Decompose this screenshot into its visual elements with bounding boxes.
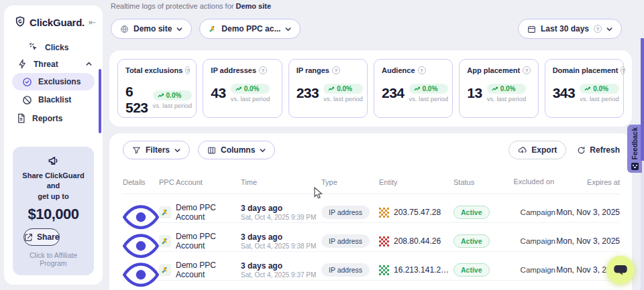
stat-label: App placement [467,66,520,74]
stat-label: IP addresses [211,66,256,74]
col-header-ppc-account: PPC Account [159,178,241,186]
trend-up-icon [158,93,164,98]
filters-button-label: Filters [146,145,170,155]
table-row[interactable]: Demo PPC Account 3 days agoSat, Oct 4, 2… [123,194,620,223]
help-icon: ? [594,25,602,33]
ppc-account-selector[interactable]: Demo PPC ac... [199,19,301,39]
chat-widget-button[interactable] [606,256,635,284]
logo-text: ClickGuard. [30,17,85,28]
stat-card-domain-placement: Domain placement? 343 0.0% vs. last peri… [545,59,624,118]
smiley-icon [631,163,639,170]
stat-value: 233 [297,85,319,101]
time-absolute: Sat, Oct 4, 2025 9:37 PM [241,271,321,279]
columns-button[interactable]: Columns [198,141,275,159]
stat-label: Total exclusions [125,66,182,74]
share-button-label: Share [37,232,59,242]
sidebar-item-label: Reports [32,114,62,123]
refresh-button[interactable]: Refresh [577,145,620,155]
page-subtitle: Realtime logs of protective actions for … [111,2,271,10]
ip-identicon [379,236,389,246]
stat-value: 343 [553,85,576,101]
table-row[interactable]: Demo PPC Account 3 days agoSat, Oct 4, 2… [123,223,620,252]
blocked-icon [22,95,32,105]
feedback-tab[interactable]: Feedback [627,125,642,173]
site-selector[interactable]: Demo site [111,19,192,39]
table-toolbar: Filters Columns Export [123,141,620,159]
stat-value: 13 [467,85,482,101]
cloud-download-icon [518,146,527,155]
lightning-icon [17,59,28,69]
columns-icon [207,146,216,155]
entity-value: 203.75.47.28 [394,208,441,217]
sidebar-nav: Clicks Threat Exclusions Blacklist [4,36,103,129]
affiliate-promo-card[interactable]: Share ClickGuard and get up to $10,000 S… [13,147,94,275]
vs-last-period-label: vs. last period [323,95,363,102]
type-badge: IP address [321,206,370,219]
ppc-account-name: Demo PPC Account [176,261,241,279]
cursor-click-icon [29,42,39,52]
help-icon[interactable]: ? [621,66,625,74]
page-scrollbar-thumb[interactable] [641,38,644,161]
help-icon[interactable]: ? [418,66,426,74]
time-absolute: Sat, Oct 4, 2025 9:38 PM [241,242,321,250]
google-ads-icon [159,235,171,247]
feedback-tab-label: Feedback [631,127,639,159]
promo-caption: Click to Affiliate Program [18,251,89,267]
status-badge: Active [453,263,490,277]
sidebar-item-label: Blacklist [38,95,71,104]
date-range-selector[interactable]: Last 30 days ? [518,19,622,39]
help-icon[interactable]: ? [259,66,267,74]
google-ads-icon [159,206,171,218]
globe-icon [120,25,129,33]
logo: ClickGuard. ⇤ [4,5,103,36]
megaphone-icon [48,155,60,167]
time-relative: 3 days ago [241,261,321,271]
ip-identicon [379,265,389,275]
sidebar-item-threat[interactable]: Threat [4,56,103,72]
trend-badge: 0.0% [231,84,270,94]
promo-text-line2: get up to [18,192,89,202]
stat-label: Domain placement [553,66,619,74]
refresh-button-label: Refresh [590,145,620,155]
sidebar-item-label: Exclusions [38,77,80,86]
trend-up-icon [235,86,242,92]
filters-button[interactable]: Filters [123,141,190,159]
chevron-up-icon [86,61,92,67]
export-button[interactable]: Export [508,141,566,159]
details-eye-icon[interactable] [123,261,159,289]
check-circle-icon [22,77,32,87]
help-icon[interactable]: ? [523,66,531,74]
chevron-down-icon [606,26,612,32]
subtitle-prefix: Realtime logs of protective actions for [111,2,235,10]
chevron-down-icon [260,147,266,153]
table-row[interactable]: Demo PPC Account 3 days agoSat, Oct 4, 2… [123,252,620,281]
trend-badge: 0.0% [580,84,619,94]
sidebar-scrollbar[interactable] [99,69,101,133]
sidebar-item-reports[interactable]: Reports [4,110,103,127]
external-link-icon [24,233,33,242]
help-icon[interactable]: ? [332,66,340,74]
chat-bubble-icon [613,264,628,276]
ppc-account-name: Demo PPC Account [176,203,241,222]
trend-up-icon [328,86,335,92]
share-button[interactable]: Share [23,228,60,246]
sidebar-collapse-icon[interactable]: ⇤ [89,17,96,27]
site-selector-label: Demo site [133,24,172,33]
help-icon[interactable]: ? [185,66,190,74]
promo-amount: $10,000 [18,206,89,223]
ppc-account-name: Demo PPC Account [176,232,241,250]
col-header-time: Time [241,178,321,186]
time-relative: 3 days ago [241,204,321,213]
refresh-icon [577,146,586,155]
main-content: Realtime logs of protective actions for … [109,0,632,290]
sidebar-item-clicks[interactable]: Clicks [4,39,103,56]
sidebar-item-exclusions[interactable]: Exclusions [12,73,95,90]
entity-value: 208.80.44.26 [394,236,441,246]
col-header-expires-at: Expires at [555,178,620,186]
stat-value: 234 [382,85,405,101]
col-header-type: Type [321,178,379,186]
sidebar-item-blacklist[interactable]: Blacklist [12,91,95,108]
columns-button-label: Columns [221,145,255,155]
excluded-on-value: Campaign [513,208,555,216]
sidebar: ClickGuard. ⇤ Clicks Threat Exclusions [4,5,103,285]
